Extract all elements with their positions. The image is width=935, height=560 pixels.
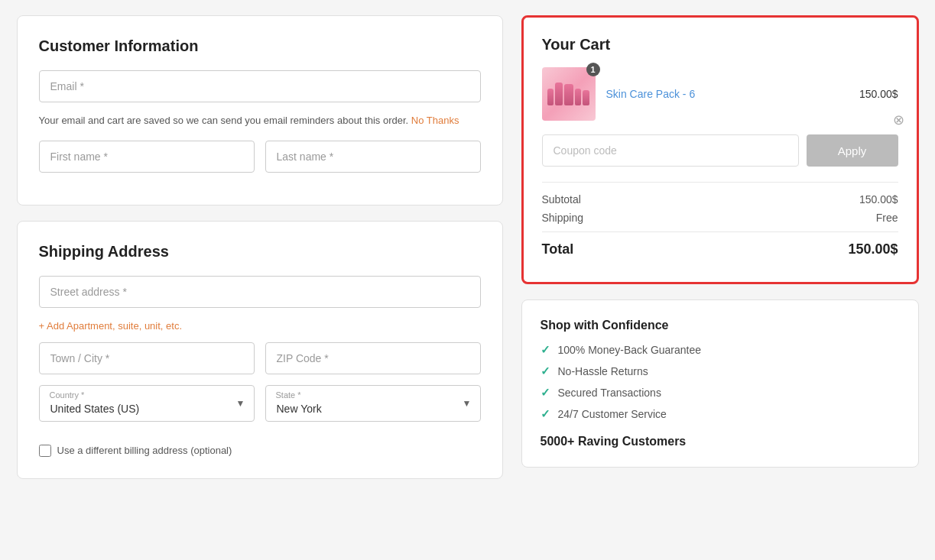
cart-item-badge: 1 xyxy=(586,63,600,76)
country-group: Country * United States (US) ▼ xyxy=(39,385,255,422)
cart-item-image-wrap: 1 xyxy=(542,67,596,121)
check-icon-4: ✓ xyxy=(541,407,550,421)
subtotal-label: Subtotal xyxy=(542,193,581,206)
state-select[interactable]: New York xyxy=(265,385,481,422)
town-zip-row xyxy=(39,342,481,385)
billing-checkbox-row: Use a different billing address (optiona… xyxy=(39,445,481,457)
subtotal-row: Subtotal 150.00$ xyxy=(542,193,898,206)
add-apartment-link[interactable]: + Add Apartment, suite, unit, etc. xyxy=(39,320,183,332)
customer-info-card: Customer Information Your email and cart… xyxy=(17,15,503,206)
confidence-label-3: Secured Transactions xyxy=(558,387,661,399)
total-label: Total xyxy=(542,241,574,257)
no-thanks-link[interactable]: No Thanks xyxy=(411,115,459,126)
check-icon-2: ✓ xyxy=(541,364,550,378)
product-illustration xyxy=(547,83,589,105)
state-group: State * New York ▼ xyxy=(265,385,481,422)
cart-item-name: Skin Care Pack - 6 xyxy=(606,88,859,100)
zip-group xyxy=(265,342,481,374)
confidence-label-1: 100% Money-Back Guarantee xyxy=(558,344,702,356)
email-input[interactable] xyxy=(39,70,481,102)
cart-item-price: 150.00$ xyxy=(859,88,898,100)
confidence-title: Shop with Confidence xyxy=(541,319,900,332)
street-group xyxy=(39,276,481,308)
confidence-label-2: No-Hassle Returns xyxy=(558,365,648,377)
confidence-label-4: 24/7 Customer Service xyxy=(558,408,667,420)
shipping-address-card: Shipping Address + Add Apartment, suite,… xyxy=(17,221,503,479)
country-select[interactable]: United States (US) xyxy=(39,385,255,422)
cart-title: Your Cart xyxy=(542,36,898,53)
billing-checkbox-label: Use a different billing address (optiona… xyxy=(57,445,232,456)
coupon-input[interactable] xyxy=(542,134,799,167)
bottle-icon-2 xyxy=(555,83,563,105)
bottle-icon-3 xyxy=(564,84,573,105)
email-note: Your email and cart are saved so we can … xyxy=(39,113,481,128)
shipping-title: Shipping Address xyxy=(39,243,481,261)
confidence-card: Shop with Confidence ✓ 100% Money-Back G… xyxy=(521,299,919,468)
bottle-icon-4 xyxy=(575,89,581,105)
first-name-group xyxy=(39,141,255,173)
shipping-value: Free xyxy=(876,212,898,224)
country-select-wrapper: Country * United States (US) ▼ xyxy=(39,385,255,422)
billing-checkbox[interactable] xyxy=(39,445,51,457)
first-name-input[interactable] xyxy=(39,141,255,173)
coupon-row: Apply xyxy=(542,134,898,167)
name-row xyxy=(39,141,481,183)
cart-item: 1 Skin Care Pack - 6 150.00$ ⊗ xyxy=(542,67,898,121)
remove-item-button[interactable]: ⊗ xyxy=(893,113,904,127)
town-group xyxy=(39,342,255,374)
confidence-item-3: ✓ Secured Transactions xyxy=(541,386,900,400)
zip-input[interactable] xyxy=(265,342,481,374)
check-icon-1: ✓ xyxy=(541,343,550,357)
shipping-label: Shipping xyxy=(542,212,584,224)
customer-info-title: Customer Information xyxy=(39,37,481,55)
cart-card: Your Cart 1 Skin Care Pack - 6 xyxy=(521,15,919,284)
town-input[interactable] xyxy=(39,342,255,374)
bottle-icon-5 xyxy=(583,90,589,105)
total-row: Total 150.00$ xyxy=(542,231,898,257)
last-name-group xyxy=(265,141,481,173)
check-icon-3: ✓ xyxy=(541,386,550,400)
totals-section: Subtotal 150.00$ Shipping Free Total 150… xyxy=(542,182,898,257)
country-state-row: Country * United States (US) ▼ State * N… xyxy=(39,385,481,432)
bottle-icon-1 xyxy=(547,89,554,105)
email-group xyxy=(39,70,481,102)
apply-coupon-button[interactable]: Apply xyxy=(807,134,898,167)
state-select-wrapper: State * New York ▼ xyxy=(265,385,481,422)
street-input[interactable] xyxy=(39,276,481,308)
raving-title: 5000+ Raving Customers xyxy=(541,435,900,448)
last-name-input[interactable] xyxy=(265,141,481,173)
confidence-item-4: ✓ 24/7 Customer Service xyxy=(541,407,900,421)
shipping-row: Shipping Free xyxy=(542,212,898,224)
total-value: 150.00$ xyxy=(848,241,898,257)
subtotal-value: 150.00$ xyxy=(859,193,898,206)
confidence-item-1: ✓ 100% Money-Back Guarantee xyxy=(541,343,900,357)
confidence-item-2: ✓ No-Hassle Returns xyxy=(541,364,900,378)
cart-item-image xyxy=(542,67,596,121)
